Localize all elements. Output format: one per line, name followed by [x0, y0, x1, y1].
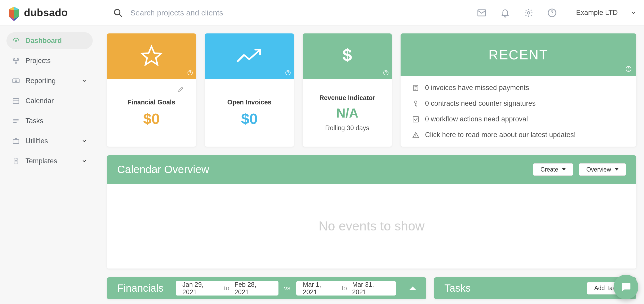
chevron-down-icon: [81, 158, 87, 164]
chat-launcher[interactable]: [614, 275, 638, 299]
stat-value: N/A: [336, 106, 358, 121]
search-icon[interactable]: [113, 8, 123, 17]
help-icon[interactable]: [187, 70, 193, 76]
recent-text: 0 workflow actions need approval: [425, 115, 528, 123]
recent-text: 0 contracts need counter signatures: [425, 100, 536, 108]
bell-icon[interactable]: [501, 8, 510, 17]
svg-marker-48: [615, 168, 618, 171]
stat-head-revenue: $: [303, 33, 392, 79]
svg-marker-2: [9, 9, 14, 19]
stat-subtitle: Rolling 30 days: [325, 124, 369, 132]
brand-name: Example LTD: [576, 9, 618, 17]
calendar-panel: Calendar Overview Create Overview No eve…: [107, 155, 636, 269]
stat-head-invoices: [205, 33, 294, 79]
stat-value: $0: [143, 110, 160, 127]
panel-title: Financials: [117, 282, 164, 294]
sidebar-item-dashboard[interactable]: Dashboard: [6, 32, 93, 49]
branch-icon: [12, 57, 20, 65]
help-icon[interactable]: [285, 70, 291, 76]
brand-switcher[interactable]: Example LTD: [571, 9, 636, 17]
sidebar-item-calendar[interactable]: Calendar: [6, 92, 93, 109]
calendar-icon: [12, 97, 20, 105]
sidebar-item-label: Reporting: [26, 77, 56, 85]
svg-point-15: [18, 58, 19, 60]
svg-marker-3: [14, 9, 19, 19]
main-content: Financial Goals $0 Open Invoices $0 $: [99, 26, 644, 304]
svg-line-7: [119, 14, 122, 16]
svg-point-36: [386, 74, 386, 74]
svg-marker-29: [142, 47, 161, 65]
gear-icon[interactable]: [524, 8, 533, 17]
svg-point-11: [552, 14, 553, 15]
svg-point-6: [115, 9, 120, 15]
recent-row-invoices[interactable]: 0 invoices have missed payments: [412, 84, 625, 92]
calendar-empty-text: No events to show: [319, 219, 425, 234]
date-from: Mar 1, 2021: [303, 281, 337, 296]
stat-row: Financial Goals $0 Open Invoices $0 $: [107, 33, 636, 147]
stat-title: Financial Goals: [128, 98, 175, 106]
briefcase-icon: [12, 137, 20, 145]
edit-icon[interactable]: [177, 86, 184, 93]
button-label: Overview: [586, 166, 611, 173]
svg-point-43: [414, 101, 417, 103]
recent-title: RECENT: [489, 47, 548, 62]
svg-point-14: [13, 58, 14, 60]
financials-panel: Financials Jan 29, 2021 to Feb 28, 2021 …: [107, 277, 426, 299]
stat-title: Revenue Indicator: [319, 94, 375, 102]
panel-title: Calendar Overview: [117, 163, 209, 176]
search-input[interactable]: [130, 8, 336, 17]
svg-rect-19: [13, 99, 19, 104]
recent-row-updates[interactable]: Click here to read more about our latest…: [412, 131, 625, 139]
vs-label: vs: [284, 284, 291, 292]
svg-point-9: [528, 12, 530, 14]
topbar-actions: Example LTD: [464, 0, 644, 25]
date-from: Jan 29, 2021: [182, 281, 219, 296]
help-icon[interactable]: [547, 8, 557, 17]
button-label: Create: [540, 166, 558, 173]
svg-rect-44: [413, 117, 419, 122]
chevron-down-icon: [81, 78, 87, 84]
sidebar-item-label: Projects: [26, 57, 51, 65]
financials-range-1[interactable]: Jan 29, 2021 to Feb 28, 2021: [176, 281, 278, 296]
sidebar-item-tasks[interactable]: Tasks: [6, 112, 93, 129]
svg-point-33: [288, 74, 288, 74]
gauge-icon: [12, 37, 20, 44]
svg-point-31: [190, 74, 190, 74]
date-to-label: to: [342, 284, 347, 292]
recent-row-workflows[interactable]: 0 workflow actions need approval: [412, 115, 625, 123]
file-icon: [12, 157, 20, 165]
sidebar-item-reporting[interactable]: Reporting: [6, 72, 93, 89]
logo-text: dubsado: [24, 7, 68, 19]
svg-text:$: $: [343, 47, 352, 65]
sidebar-item-label: Utilities: [26, 137, 48, 145]
bottom-row: Financials Jan 29, 2021 to Feb 28, 2021 …: [107, 277, 636, 304]
collapse-up-icon[interactable]: [409, 287, 416, 290]
date-to: Feb 28, 2021: [234, 281, 272, 296]
logo-icon: [8, 7, 20, 19]
recent-text: 0 invoices have missed payments: [425, 84, 529, 92]
sidebar-item-projects[interactable]: Projects: [6, 52, 93, 69]
sidebar-item-label: Calendar: [26, 97, 54, 105]
recent-row-contracts[interactable]: 0 contracts need counter signatures: [412, 100, 625, 108]
money-icon: [12, 77, 20, 85]
calendar-create-button[interactable]: Create: [533, 163, 573, 176]
caret-down-icon: [562, 168, 566, 171]
help-icon[interactable]: [383, 70, 389, 76]
sidebar: Dashboard Projects Reporting Calendar Ta…: [0, 26, 99, 304]
chevron-down-icon: [631, 10, 636, 16]
help-icon[interactable]: [625, 66, 632, 72]
recent-card: RECENT 0 invoices have missed payments 0…: [401, 33, 636, 147]
svg-point-18: [15, 80, 17, 82]
sidebar-item-utilities[interactable]: Utilities: [6, 132, 93, 149]
svg-point-16: [15, 62, 17, 64]
tasks-panel: Tasks Add Task: [434, 277, 636, 299]
sidebar-item-label: Dashboard: [26, 37, 62, 45]
logo[interactable]: dubsado: [0, 0, 99, 25]
mail-icon[interactable]: [477, 8, 486, 17]
stat-card-goals: Financial Goals $0: [107, 33, 196, 147]
date-to-label: to: [224, 284, 230, 292]
calendar-overview-button[interactable]: Overview: [579, 163, 626, 176]
svg-point-46: [416, 136, 416, 137]
sidebar-item-templates[interactable]: Templates: [6, 153, 93, 169]
financials-range-2[interactable]: Mar 1, 2021 to Mar 31, 2021: [296, 281, 396, 296]
